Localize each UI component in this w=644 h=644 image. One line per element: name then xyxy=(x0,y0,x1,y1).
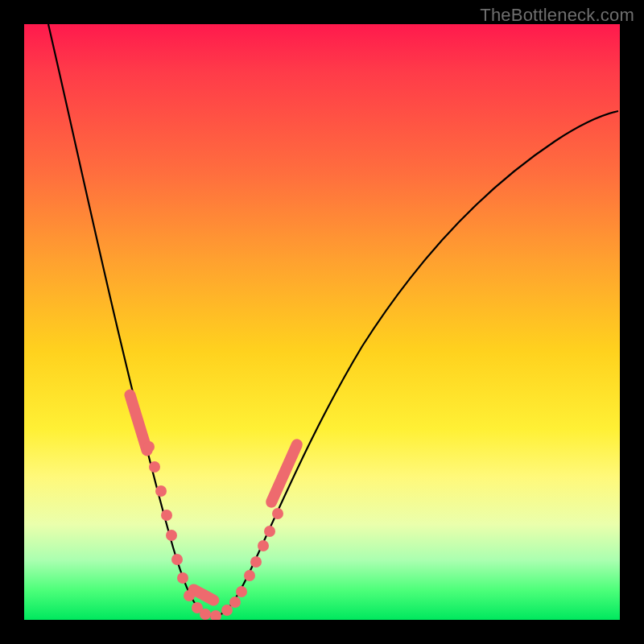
svg-point-19 xyxy=(258,540,269,551)
svg-point-6 xyxy=(161,510,172,521)
svg-point-5 xyxy=(155,485,167,497)
svg-point-18 xyxy=(250,556,262,568)
marker-dot-group xyxy=(143,441,283,620)
svg-point-16 xyxy=(236,586,247,597)
svg-point-21 xyxy=(272,508,283,519)
svg-point-10 xyxy=(184,590,195,601)
marker-pill-group xyxy=(123,388,304,608)
svg-point-20 xyxy=(264,526,275,537)
svg-point-12 xyxy=(200,609,211,620)
svg-point-4 xyxy=(149,461,160,473)
svg-point-15 xyxy=(229,597,241,608)
svg-point-3 xyxy=(143,441,155,452)
svg-point-8 xyxy=(171,554,183,565)
svg-point-7 xyxy=(166,530,177,541)
watermark-text: TheBottleneck.com xyxy=(480,5,634,26)
bottleneck-curve-line xyxy=(48,24,618,617)
chart-plot-area xyxy=(24,24,620,620)
svg-point-14 xyxy=(221,605,233,616)
bottleneck-chart xyxy=(24,24,620,620)
svg-point-17 xyxy=(244,570,255,581)
svg-point-13 xyxy=(210,610,221,620)
svg-point-9 xyxy=(177,572,188,584)
